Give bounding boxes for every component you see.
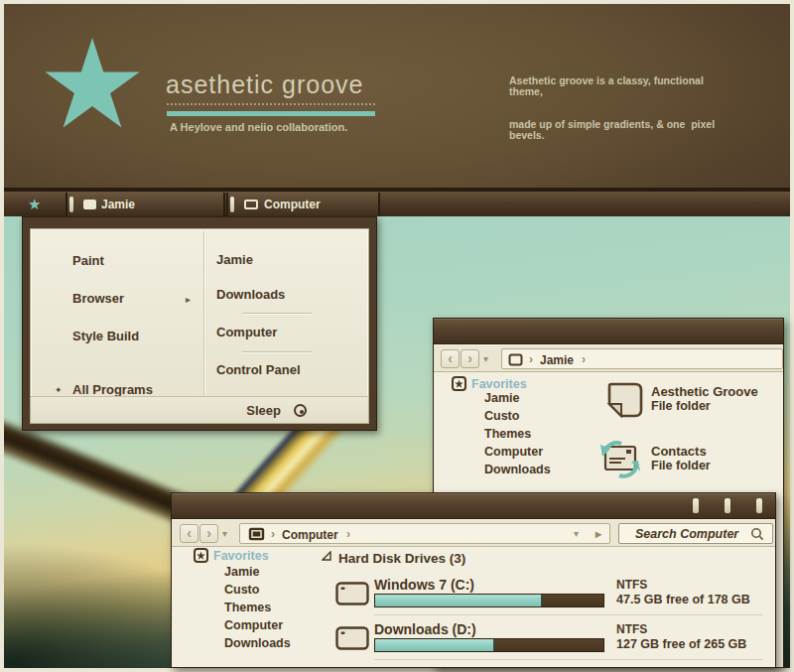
file-name[interactable]: Contacts (651, 444, 707, 459)
menu-item-browser[interactable]: Browser (72, 292, 124, 306)
maximize-button[interactable] (725, 498, 730, 513)
drive-filesystem: NTFS (616, 578, 647, 592)
menu-item-jamie[interactable]: Jamie (216, 253, 253, 267)
forward-button[interactable]: › (199, 524, 218, 543)
sidebar-item-themes[interactable]: Themes (484, 427, 531, 441)
drive-free-space: 127 GB free of 265 GB (616, 637, 746, 651)
submenu-arrow-icon: ▸ (186, 294, 191, 305)
search-input-value[interactable]: Search Computer (635, 527, 738, 541)
sidebar-item-computer[interactable]: Computer (484, 445, 543, 459)
folder-icon (508, 353, 523, 366)
forward-button[interactable]: › (461, 349, 479, 368)
menu-divider (242, 351, 312, 352)
search-icon[interactable] (750, 527, 764, 541)
minimize-button[interactable] (693, 498, 699, 513)
theme-title: asethetic groove (166, 70, 363, 99)
aesthetic-groove-folder-icon[interactable] (599, 382, 643, 418)
favorites-section-label[interactable]: Favorites (213, 549, 269, 563)
drive-usage-bar (374, 594, 604, 607)
taskbar-button-label: Jamie (101, 198, 135, 211)
close-button[interactable] (756, 498, 762, 513)
sidebar-item-computer[interactable]: Computer (224, 618, 283, 632)
section-expand-icon[interactable] (322, 551, 331, 561)
window-title-bar[interactable] (172, 493, 775, 519)
sidebar-item-jamie[interactable]: Jamie (224, 565, 259, 579)
search-box[interactable]: Search Computer (618, 523, 773, 544)
window-toolbar: ‹ › ▾ › Computer › ▾ ▸ Search Computer (172, 519, 775, 547)
hard-drive-icon[interactable] (335, 582, 369, 605)
power-icon[interactable] (294, 404, 307, 417)
row-divider (374, 614, 763, 615)
file-type: File folder (651, 459, 711, 472)
contacts-folder-icon[interactable] (597, 438, 644, 479)
sidebar-item-jamie[interactable]: Jamie (484, 391, 519, 405)
menu-item-all-programs[interactable]: All Programs (72, 383, 153, 397)
computer-icon (248, 527, 265, 541)
sidebar-item-themes[interactable]: Themes (224, 601, 271, 614)
favorites-star-icon (452, 376, 466, 391)
description-line: made up of simple gradients, & one pixel… (509, 119, 737, 141)
drive-name[interactable]: Downloads (D:) (374, 621, 476, 637)
description-line (509, 163, 737, 174)
taskbar-button-computer[interactable]: Computer (226, 193, 380, 217)
nav-history-dropdown-icon[interactable]: ▾ (483, 353, 488, 364)
sleep-button[interactable]: Sleep (246, 403, 281, 418)
start-button-star-icon[interactable]: ★ (28, 196, 41, 213)
nav-history-dropdown-icon[interactable]: ▾ (222, 528, 227, 539)
menu-item-style-build[interactable]: Style Build (72, 330, 139, 343)
sidebar-item-custo[interactable]: Custo (224, 583, 259, 597)
start-menu-column-divider (203, 231, 204, 398)
start-menu-panel: Paint Browser ▸ Style Build ✦ All Progra… (30, 228, 369, 424)
row-divider (374, 659, 763, 660)
favorites-section-label[interactable]: Favorites (471, 377, 527, 391)
breadcrumb-separator: › (582, 352, 586, 366)
breadcrumb-item[interactable]: Computer (282, 528, 338, 542)
taskbar-button-jamie[interactable]: Jamie (66, 193, 225, 217)
menu-item-computer[interactable]: Computer (216, 326, 277, 339)
breadcrumb-dropdown-icon[interactable]: ▾ (574, 528, 579, 539)
screenshot-root: asethetic groove A Heylove and neiio col… (0, 0, 794, 672)
menu-item-paint[interactable]: Paint (72, 254, 104, 268)
computer-icon (244, 200, 258, 209)
drive-usage-fill (375, 639, 494, 651)
theme-subtitle: A Heylove and neiio collaboration. (170, 121, 347, 133)
menu-item-control-panel[interactable]: Control Panel (216, 363, 301, 377)
start-menu-footer: Sleep (31, 396, 368, 423)
sidebar-item-downloads[interactable]: Downloads (484, 463, 551, 476)
file-type: File folder (651, 399, 711, 413)
explorer-window-computer: ‹ › ▾ › Computer › ▾ ▸ Search Computer (171, 492, 776, 668)
back-button[interactable]: ‹ (441, 349, 460, 368)
drive-filesystem: NTFS (616, 622, 647, 636)
teal-rule (167, 111, 375, 116)
drive-usage-bar (374, 638, 604, 652)
taskbar-button-label: Computer (264, 198, 321, 211)
folder-icon (83, 200, 96, 209)
menu-divider (242, 313, 312, 314)
breadcrumb-separator: › (529, 352, 533, 366)
description-line: Asethetic groove is a classy, functional… (509, 75, 737, 97)
back-button[interactable]: ‹ (180, 524, 198, 543)
section-header-hard-disk-drives[interactable]: Hard Disk Drives (3) (338, 551, 465, 566)
breadcrumb-item[interactable]: Jamie (540, 353, 574, 367)
theme-banner: asethetic groove A Heylove and neiio col… (4, 4, 790, 188)
sidebar-item-downloads[interactable]: Downloads (224, 636, 291, 650)
breadcrumb-overflow-arrow[interactable]: ▸ (596, 527, 601, 541)
sidebar-item-custo[interactable]: Custo (484, 409, 519, 423)
all-programs-bullet-icon: ✦ (55, 385, 63, 395)
dotted-rule (167, 103, 375, 105)
favorites-star-icon (194, 548, 208, 563)
taskbar-button-grip (69, 197, 73, 212)
menu-item-downloads[interactable]: Downloads (216, 288, 285, 302)
file-name[interactable]: Aesthetic Groove (651, 384, 758, 399)
hard-drive-icon[interactable] (335, 626, 369, 650)
breadcrumb[interactable]: › Jamie › (501, 348, 783, 369)
window-title-bar[interactable] (434, 319, 783, 344)
taskbar: ★ Jamie Computer (4, 192, 790, 216)
banner-star-logo (40, 36, 145, 135)
breadcrumb-separator: › (346, 527, 350, 541)
drive-usage-fill (375, 595, 542, 606)
window-toolbar: ‹ › ▾ › Jamie › (434, 344, 783, 372)
drive-name[interactable]: Windows 7 (C:) (374, 577, 474, 593)
breadcrumb-separator: › (271, 527, 275, 541)
breadcrumb[interactable]: › Computer › ▾ ▸ (239, 523, 610, 544)
